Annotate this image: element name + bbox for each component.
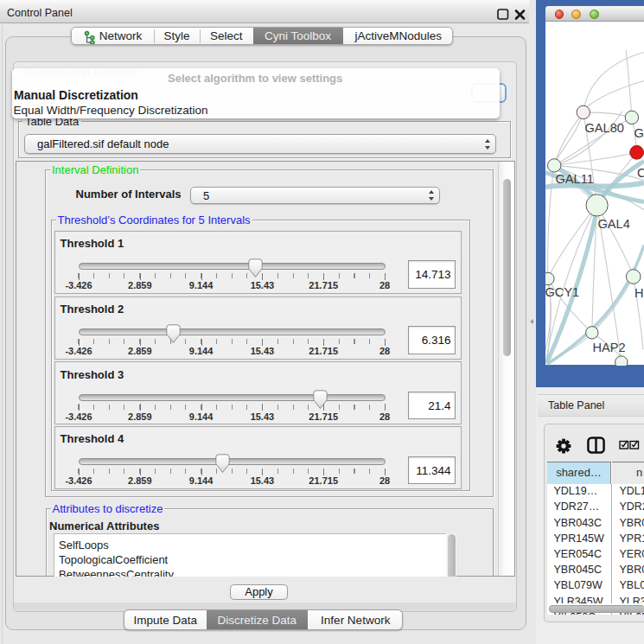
svg-text:GAL4: GAL4 <box>598 217 630 231</box>
svg-text:GAL80: GAL80 <box>585 121 624 135</box>
svg-text:GAL11: GAL11 <box>556 172 594 186</box>
svg-text:C: C <box>637 165 644 179</box>
svg-text:GA: GA <box>634 125 644 139</box>
svg-text:HAP2: HAP2 <box>593 341 626 354</box>
svg-text:GCY1: GCY1 <box>545 285 579 299</box>
svg-text:H: H <box>634 286 644 300</box>
